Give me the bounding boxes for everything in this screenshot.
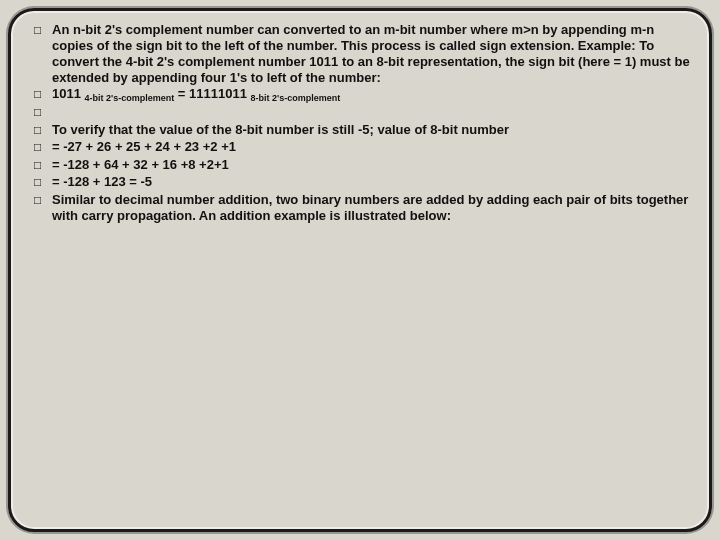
bullet-icon: □ xyxy=(34,122,52,139)
subscript: 4-bit 2's-complement xyxy=(85,93,175,103)
item-text: Similar to decimal number addition, two … xyxy=(52,192,696,224)
bullet-icon: □ xyxy=(34,174,52,191)
item-text: 1011 4-bit 2's-complement = 11111011 8-b… xyxy=(52,86,696,102)
item-text: To verify that the value of the 8-bit nu… xyxy=(52,122,696,138)
list-item: □ An n-bit 2's complement number can con… xyxy=(34,22,696,85)
item-text: An n-bit 2's complement number can conve… xyxy=(52,22,696,85)
slide-content: □ An n-bit 2's complement number can con… xyxy=(34,22,696,225)
equation-pre: 1011 xyxy=(52,86,85,101)
item-text: = -27 + 26 + 25 + 24 + 23 +2 +1 xyxy=(52,139,696,155)
list-item: □ = -27 + 26 + 25 + 24 + 23 +2 +1 xyxy=(34,139,696,156)
list-item: □ = -128 + 64 + 32 + 16 +8 +2+1 xyxy=(34,157,696,174)
bullet-icon: □ xyxy=(34,157,52,174)
bullet-icon: □ xyxy=(34,86,52,103)
list-item: □ = -128 + 123 = -5 xyxy=(34,174,696,191)
subscript: 8-bit 2's-complement xyxy=(251,93,341,103)
bullet-icon: □ xyxy=(34,139,52,156)
item-text: = -128 + 123 = -5 xyxy=(52,174,696,190)
equation-mid: = 11111011 xyxy=(174,86,250,101)
slide: □ An n-bit 2's complement number can con… xyxy=(0,0,720,540)
list-item: □ Similar to decimal number addition, tw… xyxy=(34,192,696,224)
item-text: = -128 + 64 + 32 + 16 +8 +2+1 xyxy=(52,157,696,173)
list-item: □ xyxy=(34,104,696,121)
bullet-icon: □ xyxy=(34,22,52,39)
list-item: □ To verify that the value of the 8-bit … xyxy=(34,122,696,139)
bullet-icon: □ xyxy=(34,192,52,209)
bullet-icon: □ xyxy=(34,104,52,121)
list-item: □ 1011 4-bit 2's-complement = 11111011 8… xyxy=(34,86,696,103)
